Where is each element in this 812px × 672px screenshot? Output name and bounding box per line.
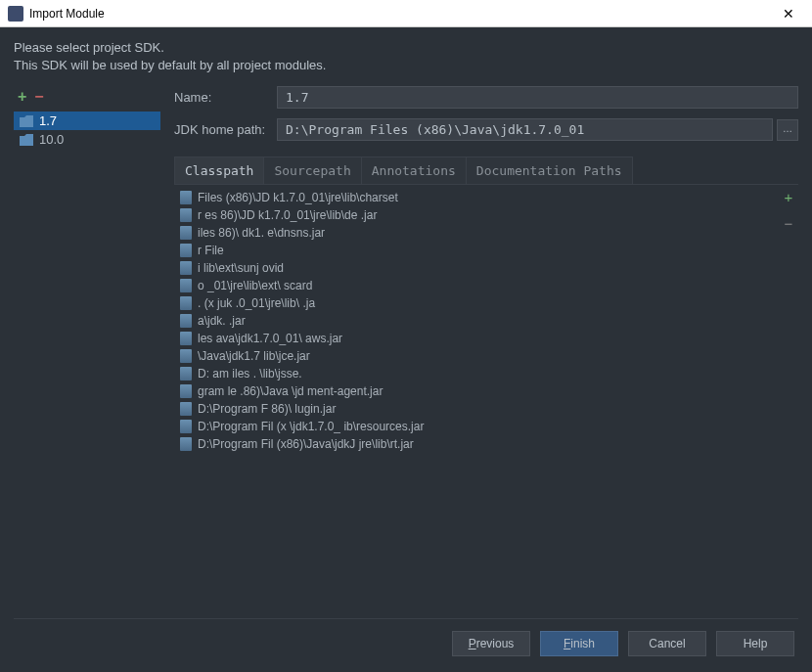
classpath-row[interactable]: a\jdk. .jar — [176, 312, 777, 330]
classpath-path: gram le .86)\Java \jd ment-agent.jar — [198, 384, 383, 398]
close-button[interactable]: ✕ — [773, 2, 804, 25]
sdk-details: Name: JDK home path: … ClasspathSourcepa… — [174, 86, 798, 610]
cancel-button[interactable]: Cancel — [628, 631, 706, 656]
classpath-tools: + − — [779, 185, 798, 610]
path-input[interactable] — [277, 118, 773, 141]
classpath-path: . (x juk .0_01\jre\lib\ .ja — [198, 296, 315, 310]
sdk-item-label: 10.0 — [39, 132, 64, 147]
sdk-item[interactable]: 10.0 — [14, 130, 160, 149]
main-area: + − 1.710.0 Name: JDK home path: … Class… — [14, 86, 798, 610]
sdk-item[interactable]: 1.7 — [14, 112, 160, 130]
classpath-path: i lib\ext\sunj ovid — [198, 261, 284, 275]
header-text: Please select project SDK. This SDK will… — [14, 39, 798, 74]
jar-icon — [180, 226, 192, 240]
footer: Previous Finish Cancel Help — [14, 618, 798, 660]
folder-icon — [20, 115, 33, 127]
classpath-path: iles 86)\ dk1. e\dnsns.jar — [198, 226, 325, 240]
classpath-row[interactable]: iles 86)\ dk1. e\dnsns.jar — [176, 224, 777, 242]
classpath-row[interactable]: D: am iles . \lib\jsse. — [176, 365, 777, 382]
finish-button[interactable]: Finish — [540, 631, 618, 656]
jar-icon — [180, 208, 192, 222]
classpath-path: r es 86)\JD k1.7.0_01\jre\lib\de .jar — [198, 208, 377, 222]
name-row: Name: — [174, 86, 798, 109]
sdk-tools: + − — [14, 86, 160, 112]
classpath-path: o _01\jre\lib\ext\ scard — [198, 279, 312, 292]
jar-icon — [180, 384, 192, 398]
tab-documentation-paths[interactable]: Documentation Paths — [466, 157, 633, 184]
tab-annotations[interactable]: Annotations — [361, 157, 467, 184]
previous-button[interactable]: Previous — [452, 631, 530, 656]
app-icon — [8, 6, 23, 22]
tabs: ClasspathSourcepathAnnotationsDocumentat… — [174, 157, 798, 185]
browse-button[interactable]: … — [777, 119, 798, 141]
classpath-row[interactable]: o _01\jre\lib\ext\ scard — [176, 277, 777, 294]
sdk-list[interactable]: 1.710.0 — [14, 112, 160, 610]
jar-icon — [180, 437, 192, 451]
cancel-label: Cancel — [649, 637, 685, 650]
name-label: Name: — [174, 90, 277, 105]
remove-classpath-button[interactable]: − — [785, 215, 793, 232]
path-row: JDK home path: … — [174, 118, 798, 141]
remove-sdk-button[interactable]: − — [34, 88, 43, 106]
finish-label: inish — [570, 637, 595, 650]
path-label: JDK home path: — [174, 122, 277, 137]
classpath-row[interactable]: D:\Program F 86)\ lugin.jar — [176, 400, 777, 418]
sdk-item-label: 1.7 — [39, 113, 57, 128]
dialog-body: Please select project SDK. This SDK will… — [0, 27, 812, 672]
classpath-path: r File — [198, 244, 224, 257]
name-input[interactable] — [277, 86, 798, 109]
tab-sourcepath[interactable]: Sourcepath — [263, 157, 361, 184]
tab-content-row: Files (x86)\JD k1.7.0_01\jre\lib\charset… — [174, 185, 798, 610]
help-button[interactable]: Help — [716, 631, 794, 656]
tab-classpath[interactable]: Classpath — [174, 157, 264, 184]
classpath-row[interactable]: r File — [176, 242, 777, 259]
classpath-row[interactable]: r es 86)\JD k1.7.0_01\jre\lib\de .jar — [176, 206, 777, 224]
header-line1: Please select project SDK. — [14, 39, 798, 57]
classpath-row[interactable]: i lib\ext\sunj ovid — [176, 259, 777, 277]
jar-icon — [180, 244, 192, 257]
classpath-row[interactable]: . (x juk .0_01\jre\lib\ .ja — [176, 294, 777, 312]
jar-icon — [180, 349, 192, 363]
classpath-path: D:\Program Fil (x86)\Java\jdkJ jre\lib\r… — [198, 437, 414, 451]
add-sdk-button[interactable]: + — [18, 88, 26, 106]
jar-icon — [180, 402, 192, 416]
classpath-row[interactable]: les ava\jdk1.7.0_01\ aws.jar — [176, 330, 777, 347]
header-line2: This SDK will be used by default by all … — [14, 57, 798, 74]
classpath-path: D:\Program F 86)\ lugin.jar — [198, 402, 336, 416]
classpath-path: \Java\jdk1.7 lib\jce.jar — [198, 349, 310, 363]
jar-icon — [180, 332, 192, 345]
add-classpath-button[interactable]: + — [785, 189, 793, 205]
jar-icon — [180, 367, 192, 381]
sdk-panel: + − 1.710.0 — [14, 86, 160, 610]
help-label: Help — [744, 637, 768, 650]
classpath-list[interactable]: Files (x86)\JD k1.7.0_01\jre\lib\charset… — [174, 185, 779, 610]
classpath-path: les ava\jdk1.7.0_01\ aws.jar — [198, 332, 342, 345]
classpath-path: D: am iles . \lib\jsse. — [198, 367, 302, 381]
folder-icon — [20, 134, 33, 146]
jar-icon — [180, 420, 192, 433]
titlebar: Import Module ✕ — [0, 0, 812, 27]
jar-icon — [180, 296, 192, 310]
classpath-path: D:\Program Fil (x \jdk1.7.0_ ib\resource… — [198, 420, 424, 433]
jar-icon — [180, 261, 192, 275]
classpath-path: Files (x86)\JD k1.7.0_01\jre\lib\charset — [198, 191, 398, 204]
window-title: Import Module — [29, 7, 773, 21]
jar-icon — [180, 314, 192, 328]
classpath-row[interactable]: D:\Program Fil (x86)\Java\jdkJ jre\lib\r… — [176, 435, 777, 453]
previous-label: revious — [476, 637, 515, 650]
jar-icon — [180, 191, 192, 204]
jar-icon — [180, 279, 192, 292]
classpath-row[interactable]: D:\Program Fil (x \jdk1.7.0_ ib\resource… — [176, 418, 777, 435]
classpath-row[interactable]: \Java\jdk1.7 lib\jce.jar — [176, 347, 777, 365]
classpath-row[interactable]: gram le .86)\Java \jd ment-agent.jar — [176, 382, 777, 400]
classpath-path: a\jdk. .jar — [198, 314, 246, 328]
classpath-row[interactable]: Files (x86)\JD k1.7.0_01\jre\lib\charset — [176, 189, 777, 206]
